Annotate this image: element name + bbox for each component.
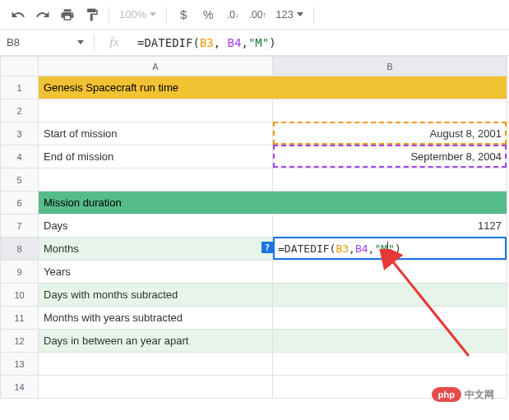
number-format-label: 123 <box>275 8 294 21</box>
watermark: php 中文网 <box>432 387 494 402</box>
watermark-text: 中文网 <box>465 388 494 402</box>
cell-b5[interactable] <box>273 168 507 192</box>
zoom-value: 100% <box>119 8 146 21</box>
cell-b4[interactable]: September 8, 2004 <box>273 145 507 168</box>
row-header-3[interactable]: 3 <box>1 122 39 145</box>
cell-a8[interactable]: Months <box>39 238 273 261</box>
cell-a11[interactable]: Months with years subtracted <box>39 307 273 330</box>
formula-bar-sep <box>94 35 95 51</box>
row-header-5[interactable]: 5 <box>1 168 39 192</box>
row-header-9[interactable]: 9 <box>1 261 39 284</box>
cell-a4[interactable]: End of mission <box>39 145 273 168</box>
toolbar-sep <box>109 7 109 23</box>
row-header-13[interactable]: 13 <box>1 353 39 376</box>
fx-icon: fx <box>98 35 131 49</box>
row-header-12[interactable]: 12 <box>1 330 39 353</box>
row-header-4[interactable]: 4 <box>1 145 39 168</box>
cell-a10[interactable]: Days with months subracted <box>39 284 273 307</box>
cell-a7[interactable]: Days <box>39 215 273 238</box>
cell-a5[interactable] <box>39 168 273 192</box>
select-all-corner[interactable] <box>1 57 39 76</box>
toolbar-sep <box>166 7 167 23</box>
increase-decimal-button[interactable]: .00↑ <box>246 3 269 26</box>
cell-b2[interactable] <box>273 99 507 122</box>
chevron-down-icon <box>150 12 156 16</box>
active-cell-b8[interactable]: ? =DATEDIF(B3, B4,"M") <box>273 237 507 260</box>
cell-b13[interactable] <box>273 353 507 376</box>
formula-help-badge[interactable]: ? <box>261 242 273 253</box>
row-header-1[interactable]: 1 <box>1 76 39 99</box>
row-header-11[interactable]: 11 <box>1 307 39 330</box>
row-header-10[interactable]: 10 <box>1 284 39 307</box>
currency-button[interactable]: $ <box>172 3 195 26</box>
number-format-dropdown[interactable]: 123 <box>271 8 308 21</box>
cell-a1[interactable]: Genesis Spacecraft run time <box>39 76 507 99</box>
row-header-6[interactable]: 6 <box>1 192 39 215</box>
cell-b10[interactable] <box>273 284 507 307</box>
spreadsheet-grid: A B 1Genesis Spacecraft run time23Start … <box>0 56 509 399</box>
toolbar: 100% $ % .0↓ .00↑ 123 <box>0 0 509 30</box>
cell-a13[interactable] <box>39 353 273 376</box>
cell-a9[interactable]: Years <box>39 261 273 284</box>
paint-format-button[interactable] <box>81 3 104 26</box>
name-box-value: B8 <box>7 36 77 48</box>
cell-a6[interactable]: Mission duration <box>39 192 507 215</box>
formula-bar: B8 fx =DATEDIF(B3, B4,"M") <box>0 30 509 56</box>
print-button[interactable] <box>56 3 79 26</box>
cell-b11[interactable] <box>273 307 507 330</box>
watermark-badge: php <box>432 387 461 402</box>
cell-a2[interactable] <box>39 99 273 122</box>
cell-a3[interactable]: Start of mission <box>39 122 273 145</box>
chevron-down-icon <box>297 12 303 16</box>
cell-a12[interactable]: Days in between an year apart <box>39 330 273 353</box>
cell-b3[interactable]: August 8, 2001 <box>273 122 507 145</box>
col-header-b[interactable]: B <box>273 57 507 76</box>
row-header-2[interactable]: 2 <box>1 99 39 122</box>
row-header-7[interactable]: 7 <box>1 215 39 238</box>
row-header-14[interactable]: 14 <box>1 376 39 399</box>
undo-button[interactable] <box>7 3 30 26</box>
decrease-decimal-button[interactable]: .0↓ <box>221 3 244 26</box>
cell-a14[interactable] <box>39 376 273 399</box>
chevron-down-icon <box>77 40 84 44</box>
cell-b9[interactable] <box>273 261 507 284</box>
zoom-dropdown[interactable]: 100% <box>114 8 161 21</box>
toolbar-sep <box>313 7 314 23</box>
grid-table: A B 1Genesis Spacecraft run time23Start … <box>0 56 507 399</box>
row-header-8[interactable]: 8 <box>1 238 39 261</box>
redo-button[interactable] <box>31 3 54 26</box>
percent-button[interactable]: % <box>197 3 220 26</box>
col-header-a[interactable]: A <box>39 57 273 76</box>
cell-b12[interactable] <box>273 330 507 353</box>
cell-b7[interactable]: 1127 <box>273 215 507 238</box>
formula-input[interactable]: =DATEDIF(B3, B4,"M") <box>131 36 509 49</box>
name-box[interactable]: B8 <box>0 36 90 48</box>
